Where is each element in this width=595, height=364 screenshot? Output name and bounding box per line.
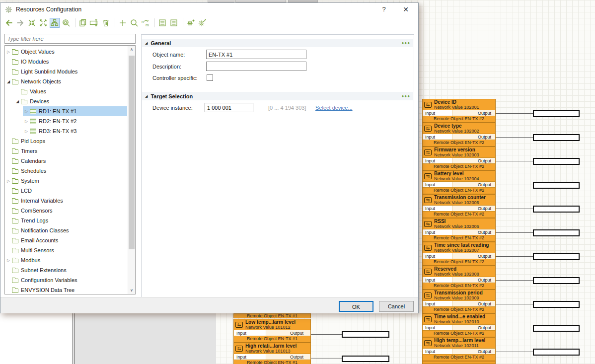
- output-port[interactable]: Output: [453, 301, 495, 306]
- input-port[interactable]: Input: [423, 253, 453, 259]
- gear-edit-icon[interactable]: [197, 18, 207, 28]
- tree-item-io-modules[interactable]: IO Modules: [5, 57, 127, 67]
- device-instance-input[interactable]: [205, 103, 253, 112]
- input-port[interactable]: Input: [423, 110, 453, 116]
- node-device-id[interactable]: ⇆ Device ID Network Value 102001 InputOu…: [422, 99, 496, 123]
- general-section-header[interactable]: ◢ General ●●●: [142, 39, 413, 47]
- value-box[interactable]: [533, 301, 580, 308]
- gear-add-icon[interactable]: [186, 18, 196, 28]
- expander-icon[interactable]: ▷: [23, 119, 30, 124]
- node-time-since-last-reading[interactable]: ⇆ Time since last reading Network Value …: [422, 242, 496, 266]
- tree-item-comsensors[interactable]: ComSensors: [5, 206, 127, 216]
- copy-icon[interactable]: [78, 18, 88, 28]
- node-rssi[interactable]: ⇆ RSSI Network Value 102006 InputOutput …: [422, 218, 496, 242]
- node-battery-level[interactable]: ⇆ Battery level Network Value 102004 Inp…: [422, 170, 496, 194]
- output-port[interactable]: Output: [453, 229, 495, 235]
- value-box[interactable]: [533, 349, 580, 356]
- node-time-window-enabled[interactable]: ⇆ Time wind...e enabled Network Value 10…: [422, 313, 496, 337]
- back-icon[interactable]: [4, 18, 14, 28]
- description-input[interactable]: [206, 62, 306, 71]
- value-box[interactable]: [533, 134, 580, 141]
- collapse-all-icon[interactable]: [27, 18, 37, 28]
- output-port[interactable]: Output: [453, 182, 495, 187]
- tree-item-pid-loops[interactable]: Pid Loops: [5, 136, 127, 146]
- tree-scrollbar[interactable]: ∧ ∨: [128, 46, 135, 294]
- input-port[interactable]: Input: [423, 349, 453, 354]
- output-port[interactable]: Output: [266, 330, 310, 336]
- node-low-temp-alarm-level[interactable]: ⇆ Low temp...larm level Network Value 10…: [233, 319, 311, 343]
- input-port[interactable]: Input: [234, 330, 266, 336]
- tree-item-notification-classes[interactable]: Notification Classes: [5, 225, 127, 235]
- scroll-up-icon[interactable]: ∧: [128, 47, 135, 52]
- tree-item-rd3-en-tx-3[interactable]: ▷RD3: EN-TX #3: [5, 126, 127, 136]
- tree-item-email-accounts[interactable]: Email Accounts: [5, 235, 127, 245]
- value-box[interactable]: [533, 158, 580, 165]
- delete-icon[interactable]: [101, 18, 111, 28]
- section-menu-icon[interactable]: ●●●: [402, 41, 411, 45]
- close-button[interactable]: ✕: [397, 3, 414, 16]
- tree-item-envysion-data-tree[interactable]: ENVYSION Data Tree: [5, 285, 127, 294]
- tree-item-rd1-en-tx-1[interactable]: ▷RD1: EN-TX #1: [5, 106, 127, 116]
- tree-item-object-values[interactable]: ▷Object Values: [5, 47, 127, 57]
- tree-item-network-objects[interactable]: ◢Network Objects: [5, 76, 127, 86]
- input-port[interactable]: Input: [423, 229, 453, 235]
- input-port[interactable]: Input: [423, 134, 453, 140]
- tree-item-devices[interactable]: ◢Devices: [5, 96, 127, 106]
- value-box[interactable]: [533, 325, 580, 332]
- forward-icon[interactable]: [15, 18, 25, 28]
- list-view-alt-icon[interactable]: [169, 18, 179, 28]
- input-port[interactable]: Input: [423, 325, 453, 330]
- node-device-type[interactable]: ⇆ Device type Network Value 102002 Input…: [422, 123, 496, 146]
- output-port[interactable]: Output: [453, 134, 495, 140]
- tree-item-system[interactable]: ▷System: [5, 176, 127, 186]
- help-button[interactable]: ?: [375, 3, 392, 16]
- expander-icon[interactable]: ▷: [23, 129, 30, 134]
- tree-item-light-sunblind-modules[interactable]: Light Sunblind Modules: [5, 67, 127, 76]
- object-name-input[interactable]: [206, 50, 306, 59]
- output-port[interactable]: Output: [453, 158, 495, 163]
- node-transmission-counter[interactable]: ⇆ Transmission counter Network Value 102…: [422, 194, 496, 218]
- tree-item-schedules[interactable]: Schedules: [5, 166, 127, 176]
- expander-icon[interactable]: ▷: [5, 50, 12, 54]
- input-port[interactable]: Input: [423, 182, 453, 187]
- tree-item-internal-variables[interactable]: Internal Variables: [5, 196, 127, 206]
- value-box[interactable]: [342, 356, 389, 362]
- expander-icon[interactable]: ◢: [14, 99, 21, 104]
- expander-icon[interactable]: ▷: [5, 179, 12, 183]
- output-port[interactable]: Output: [453, 110, 495, 116]
- tree-item-values[interactable]: Values: [5, 86, 127, 96]
- scroll-down-icon[interactable]: ∨: [128, 288, 135, 292]
- replace-icon[interactable]: nm: [141, 18, 150, 28]
- node-high-relative-alarm-level[interactable]: ⇆ High relati...larm level Network Value…: [233, 343, 311, 364]
- search-icon[interactable]: [129, 18, 139, 28]
- expander-icon[interactable]: ▷: [5, 258, 12, 263]
- value-box[interactable]: [533, 277, 580, 284]
- tree-view-icon[interactable]: [50, 18, 60, 28]
- tree-item-lcd[interactable]: LCD: [5, 186, 127, 196]
- tree-item-calendars[interactable]: Calendars: [5, 156, 127, 166]
- add-icon[interactable]: [118, 18, 128, 28]
- tree-item-subnet-extensions[interactable]: Subnet Extensions: [5, 265, 127, 275]
- collapse-triangle-icon[interactable]: ◢: [145, 41, 148, 45]
- section-menu-icon[interactable]: ●●●: [402, 94, 411, 98]
- output-port[interactable]: Output: [453, 206, 495, 211]
- value-box[interactable]: [533, 206, 580, 213]
- output-port[interactable]: Output: [453, 253, 495, 259]
- value-box[interactable]: [533, 229, 580, 236]
- controller-specific-checkbox[interactable]: [207, 74, 213, 81]
- node-firmware-version[interactable]: ⇆ Firmware version Network Value 102003 …: [422, 146, 496, 170]
- output-port[interactable]: Output: [453, 325, 495, 330]
- node-reserved[interactable]: ⇆ Reserved Network Value 102008 InputOut…: [422, 266, 496, 290]
- tree-item-trend-logs[interactable]: Trend Logs: [5, 216, 127, 225]
- select-device-link[interactable]: Select device...: [315, 105, 353, 111]
- output-port[interactable]: Output: [453, 349, 495, 354]
- tree-item-rd2-en-tx-2[interactable]: ▷RD2: EN-TX #2: [5, 116, 127, 126]
- input-port[interactable]: Input: [423, 158, 453, 163]
- value-box[interactable]: [533, 182, 580, 189]
- rename-icon[interactable]: [89, 18, 99, 28]
- ok-button[interactable]: OK: [339, 301, 373, 312]
- value-box[interactable]: [342, 331, 389, 338]
- list-view-icon[interactable]: [157, 18, 167, 28]
- scrollbar-thumb[interactable]: [129, 56, 135, 249]
- value-box[interactable]: [533, 253, 580, 260]
